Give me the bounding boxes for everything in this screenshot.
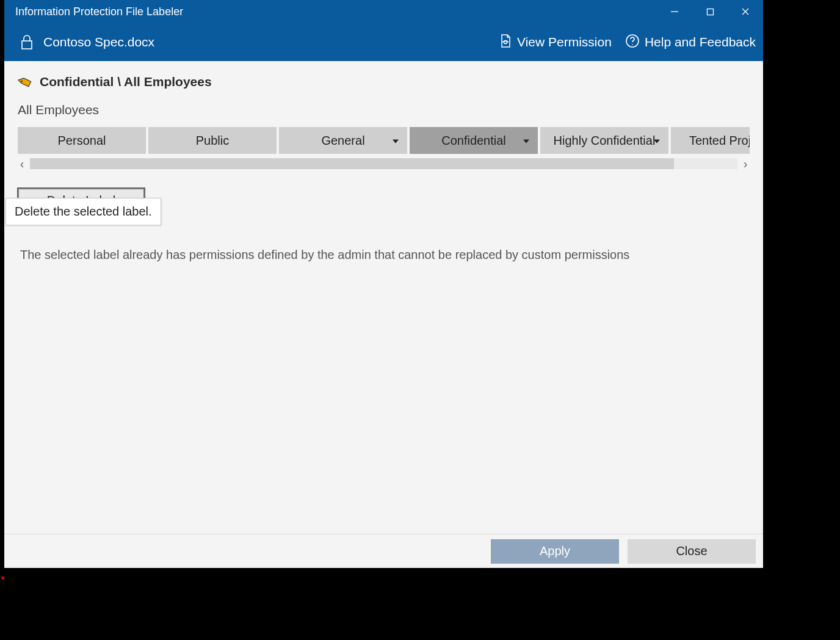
- scroll-track[interactable]: [30, 158, 737, 169]
- scroll-left-arrow[interactable]: ‹: [18, 158, 26, 170]
- chevron-down-icon: [653, 134, 661, 148]
- tag-icon: [18, 75, 32, 89]
- scroll-thumb[interactable]: [30, 158, 674, 169]
- label-bar: Personal Public General Confidential: [18, 127, 750, 154]
- window-title: Information Protection File Labeler: [15, 5, 657, 18]
- window-controls: [657, 0, 763, 23]
- maximize-button[interactable]: [692, 0, 728, 23]
- close-window-button[interactable]: [728, 0, 763, 23]
- chevron-down-icon: [391, 134, 400, 148]
- sublabel-text: All Employees: [4, 93, 763, 127]
- svg-rect-1: [707, 9, 713, 15]
- lock-icon: [18, 34, 36, 51]
- maximize-icon: [706, 8, 714, 16]
- delete-area: Delete Label Delete the selected label.: [4, 171, 763, 213]
- view-permission-label: View Permission: [517, 35, 612, 49]
- file-name: Contoso Spec.docx: [43, 35, 485, 49]
- scroll-right-arrow[interactable]: ›: [741, 158, 750, 170]
- close-label: Close: [676, 544, 707, 558]
- header-row: Contoso Spec.docx View Permission: [4, 23, 763, 61]
- close-button[interactable]: Close: [628, 539, 756, 564]
- label-option-text: Confidential: [441, 134, 506, 148]
- svg-point-7: [632, 44, 633, 45]
- titlebar: Information Protection File Labeler: [4, 0, 763, 23]
- label-option-personal[interactable]: Personal: [18, 127, 146, 154]
- label-option-text: Tented Projec: [689, 134, 750, 148]
- app-window: Information Protection File Labeler Cont…: [4, 0, 763, 568]
- svg-rect-4: [22, 41, 32, 49]
- help-feedback-link[interactable]: Help and Feedback: [625, 34, 756, 51]
- footer: Apply Close: [4, 534, 763, 568]
- label-option-general[interactable]: General: [279, 127, 407, 154]
- permission-icon: [499, 34, 512, 51]
- help-icon: [625, 34, 640, 51]
- label-scrollbar[interactable]: ‹ ›: [18, 156, 750, 171]
- label-path: Confidential \ All Employees: [40, 75, 212, 89]
- apply-button[interactable]: Apply: [491, 539, 619, 564]
- view-permission-link[interactable]: View Permission: [499, 34, 612, 51]
- label-option-text: General: [321, 134, 364, 148]
- minimize-icon: [670, 7, 679, 16]
- label-option-text: Highly Confidential: [554, 134, 656, 148]
- label-option-tented-project[interactable]: Tented Projec: [671, 127, 750, 154]
- label-option-confidential[interactable]: Confidential: [410, 127, 538, 154]
- chevron-down-icon: [522, 134, 530, 148]
- content-area: Confidential \ All Employees All Employe…: [4, 61, 763, 534]
- label-option-text: Personal: [58, 134, 106, 148]
- delete-tooltip: Delete the selected label.: [5, 198, 161, 225]
- label-option-text: Public: [196, 134, 229, 148]
- close-icon: [741, 7, 750, 16]
- label-option-public[interactable]: Public: [148, 127, 277, 154]
- label-option-highly-confidential[interactable]: Highly Confidential: [540, 127, 668, 154]
- label-bar-container: Personal Public General Confidential: [4, 127, 763, 171]
- recording-indicator: [1, 576, 4, 580]
- minimize-button[interactable]: [657, 0, 692, 23]
- apply-label: Apply: [540, 544, 570, 558]
- label-path-row: Confidential \ All Employees: [4, 61, 763, 93]
- help-feedback-label: Help and Feedback: [645, 35, 756, 49]
- tooltip-text: Delete the selected label.: [15, 205, 152, 218]
